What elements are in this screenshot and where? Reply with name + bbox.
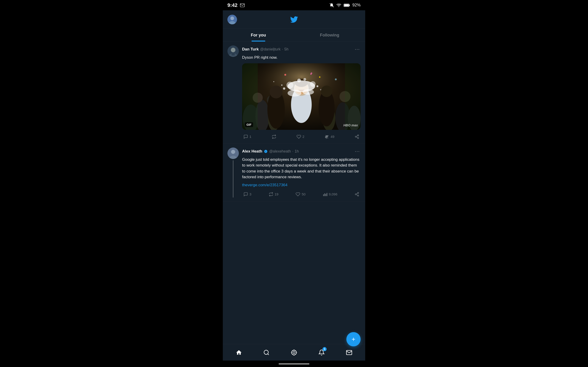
retweet-icon-2 [269,192,273,197]
status-bar-right: 92% [329,3,361,8]
reply-icon-2 [243,192,248,197]
tweet-actions-alex-heath: 3 19 [242,190,361,198]
svg-point-60 [231,150,235,154]
tweet-separator-2: · [292,149,293,153]
status-time: 9:42 [227,2,237,8]
compose-tweet-button[interactable]: + [346,332,361,346]
tweet-actions-dan-turk: 1 [242,133,361,140]
svg-point-35 [283,87,285,90]
nav-search[interactable] [259,346,273,359]
tweet-header-alex-heath: Alex Heath @alexeheath · 1h ⋯ [242,148,361,155]
like-button-2[interactable]: 50 [294,191,307,198]
tweet-alex-heath: Alex Heath @alexeheath · 1h ⋯ Google jus… [223,144,365,201]
svg-rect-4 [349,5,350,6]
tweet-meta-alex-heath: Alex Heath @alexeheath · 1h [242,149,299,154]
search-icon [263,349,270,356]
svg-line-57 [356,137,358,138]
tweet-dan-turk: Dan Turk @danieljturk · 5h ⋯ Dyson PR ri… [223,42,365,144]
svg-rect-62 [323,194,324,196]
svg-point-74 [292,350,296,355]
retweet-button-2[interactable]: 19 [267,191,280,198]
author-handle-dan-turk: @danieljturk [260,47,280,51]
home-icon [236,349,242,356]
reply-count-2: 3 [250,192,251,196]
svg-point-32 [310,81,316,87]
like-button-1[interactable]: 2 [295,133,306,140]
feed-tabs: For you Following [223,29,365,42]
share-icon-2 [355,192,359,197]
svg-point-31 [286,82,293,89]
bottom-navigation: 1 [223,344,365,361]
svg-point-54 [358,135,359,136]
svg-rect-64 [326,194,326,196]
views-button-1[interactable]: 49 [323,133,336,140]
views-button-2[interactable]: 9,096 [321,191,339,198]
svg-point-2 [338,6,339,7]
mute-icon [329,3,334,8]
like-count-1: 2 [303,135,304,139]
svg-point-29 [288,90,301,97]
user-profile-avatar[interactable] [227,15,237,24]
tweet-separator-1: · [282,47,283,51]
svg-line-69 [356,194,358,195]
views-count-1: 49 [330,135,334,139]
tweet-feed[interactable]: Dan Turk @danieljturk · 5h ⋯ Dyson PR ri… [223,42,365,344]
tweet-content-dan-turk: Dan Turk @danieljturk · 5h ⋯ Dyson PR ri… [242,45,361,140]
status-bar: 9:42 [223,0,365,10]
share-icon-1 [355,134,359,139]
tweet-more-button-1[interactable]: ⋯ [354,45,361,53]
author-name-alex-heath: Alex Heath [242,149,262,154]
nav-spaces[interactable] [287,346,301,359]
svg-point-71 [264,350,268,354]
like-icon-1 [296,134,301,139]
svg-point-30 [303,89,314,95]
gif-badge: GIF [245,122,253,127]
retweet-icon-1 [272,134,276,139]
phone-container: 9:42 [223,0,365,367]
tab-for-you[interactable]: For you [223,29,294,42]
tweet-header-dan-turk: Dan Turk @danieljturk · 5h ⋯ [242,45,361,53]
reply-button-2[interactable]: 3 [242,191,253,198]
svg-point-34 [303,78,306,81]
tweet-media-gif[interactable]: GIF HBO max [242,63,361,130]
svg-rect-44 [345,63,361,130]
svg-point-36 [281,84,283,86]
reply-icon-1 [243,134,248,139]
tweet-time-alex-heath: 1h [295,149,299,153]
svg-rect-0 [240,3,244,7]
svg-point-10 [231,48,235,52]
like-icon-2 [296,192,300,197]
tab-following-label: Following [320,33,339,38]
nav-messages[interactable] [342,346,356,359]
share-button-2[interactable] [353,191,361,198]
retweet-button-1[interactable] [270,133,278,140]
author-handle-alex-heath: @alexeheath [269,149,291,153]
tweet-text-dan-turk: Dyson PR right now. [242,55,361,60]
tab-following[interactable]: Following [294,29,365,42]
spaces-icon [291,349,297,356]
nav-home[interactable] [232,346,246,359]
tweet-content-alex-heath: Alex Heath @alexeheath · 1h ⋯ Google jus… [242,148,361,198]
svg-line-58 [356,135,358,136]
svg-point-56 [358,137,359,139]
nav-notifications[interactable]: 1 [315,346,329,359]
svg-point-37 [317,85,318,87]
dan-turk-avatar[interactable] [227,45,239,57]
tweet-link-alex-heath[interactable]: theverge.com/e/23517364 [242,183,288,187]
reply-button-1[interactable]: 1 [242,133,253,140]
gmail-icon [240,3,245,8]
battery-icon [344,3,350,7]
like-count-2: 50 [302,192,305,196]
alex-heath-avatar[interactable] [227,148,239,159]
tweet-text-alex-heath: Google just told employees that it's no … [242,157,361,180]
wifi-icon [336,3,341,8]
gif-image: GIF HBO max [242,63,361,130]
svg-point-68 [357,195,359,196]
battery-percentage: 92% [352,3,361,8]
tweet-meta-dan-turk: Dan Turk @danieljturk · 5h [242,47,288,52]
share-button-1[interactable] [353,133,361,140]
tab-for-you-label: For you [251,33,266,38]
svg-point-7 [230,17,234,20]
tweet-more-button-2[interactable]: ⋯ [354,148,361,155]
hbo-badge: HBO max [343,123,358,127]
